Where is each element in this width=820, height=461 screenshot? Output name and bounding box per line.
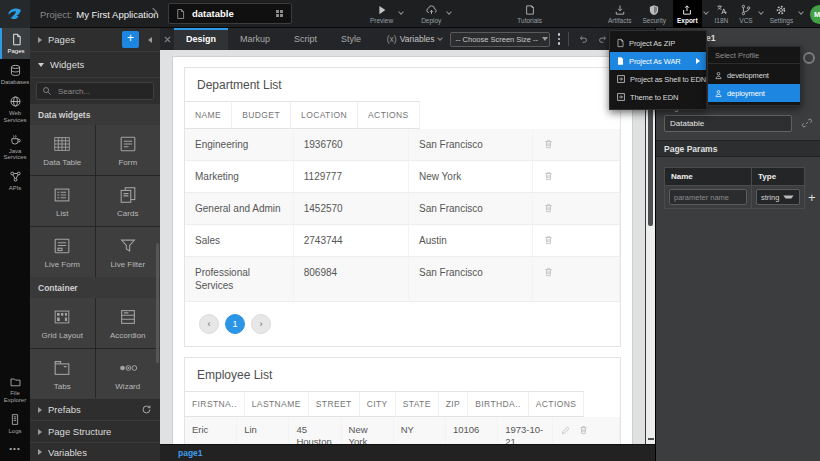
sidebar-item-java-services[interactable]: JavaServices [0,128,30,166]
tab-design[interactable]: Design [174,28,228,50]
widget-data-table[interactable]: Data Table [30,125,95,175]
widget-grid-layout[interactable]: Grid Layout [30,298,95,348]
table-row[interactable]: Eric Lin 45 Houston Street New York NY 1… [185,417,620,444]
vcs-button[interactable]: VCS [735,0,756,28]
add-page-button[interactable]: + [122,31,139,48]
sidebar-item-web-services[interactable]: WebServices [0,90,30,128]
pagination-prev-button[interactable]: ‹ [199,314,219,334]
more-options-button[interactable] [558,33,561,45]
settings-button[interactable]: Settings [766,0,798,28]
delete-row-icon[interactable] [543,202,554,214]
sidebar-item-apis[interactable]: APIs [0,165,30,196]
delete-row-icon[interactable] [543,234,554,246]
employee-list-widget[interactable]: Employee List FIRSTNA..LASTNAMESTREETCIT… [184,357,621,444]
export-button[interactable]: Export [673,0,702,28]
delete-row-icon[interactable] [578,424,589,436]
add-param-button[interactable]: + [808,185,816,209]
widget-cards[interactable]: Cards [96,176,161,226]
page-selector[interactable]: datatable [168,3,292,24]
table-row[interactable]: Sales 2743744 Austin [185,225,620,257]
pagination-page-1[interactable]: 1 [225,314,245,334]
tutorials-button[interactable]: Tutorials [513,0,546,28]
chevron-right-icon [38,449,42,455]
cell-street: 45 Houston Street [289,417,341,444]
table-row[interactable]: Engineering 1936760 San Francisco [185,129,620,161]
table-row[interactable]: Professional Services 806984 San Francis… [185,257,620,302]
page-params-table: Name Type string + [664,167,812,209]
sidebar-more-button[interactable]: ••• [0,439,30,457]
security-button[interactable]: Security [638,0,669,28]
search-input[interactable] [56,86,148,97]
menu-item-project-shell-edn[interactable]: Project as Shell to EDN [610,70,706,88]
panel-refresh-icon[interactable] [803,52,815,64]
edit-row-icon[interactable] [560,425,571,436]
grid-view-icon[interactable] [274,8,285,19]
artifacts-label: Artifacts [608,17,631,24]
delete-row-icon[interactable] [543,266,554,278]
submenu-item-deployment[interactable]: deployment [708,84,800,102]
delete-row-icon[interactable] [543,170,554,182]
table-row[interactable]: Marketing 1129777 New York [185,161,620,193]
widgets-section-row[interactable]: Widgets [30,52,160,78]
sidebar-item-file-explorer[interactable]: FileExplorer [0,371,30,408]
widget-wizard[interactable]: Wizard [96,349,161,398]
vcs-chevron-icon[interactable] [758,9,764,15]
menu-item-project-as-zip[interactable]: Project As ZIP [610,34,706,52]
prefabs-section-row[interactable]: Prefabs [30,398,160,420]
panel-scrollbar[interactable] [156,243,159,363]
screen-size-select[interactable]: -- Choose Screen Size -- [450,32,550,47]
search-icon [42,86,52,96]
cell-location: San Francisco [409,129,533,161]
menu-item-label: deployment [727,89,765,98]
deploy-chevron-icon[interactable] [447,9,453,15]
menu-item-project-as-war[interactable]: Project As WAR [610,52,706,70]
widget-live-form[interactable]: Live Form [30,227,95,277]
param-name-input[interactable] [669,189,747,205]
artifacts-button[interactable]: Artifacts [604,0,635,28]
widget-accordion[interactable]: Accordion [96,298,161,348]
app-logo[interactable] [0,0,30,28]
page-tab-page1[interactable]: page1 [178,448,203,458]
widget-live-filter[interactable]: Live Filter [96,227,161,277]
design-canvas: Department List NAMEBUDGETLOCATIONACTION… [160,50,655,444]
settings-chevron-icon[interactable] [798,9,804,15]
page-title-input[interactable] [664,115,792,132]
widget-search[interactable] [36,82,154,100]
variables-dropdown[interactable]: (x) Variables [387,34,442,44]
tab-style[interactable]: Style [329,28,373,50]
sidebar-item-pages[interactable]: Pages [0,28,30,59]
page-structure-section-row[interactable]: Page Structure [30,420,160,442]
chevron-right-icon [38,407,42,413]
tab-markup[interactable]: Markup [228,28,282,50]
param-type-select[interactable]: string [756,189,800,205]
table-row[interactable]: General and Admin 1452570 San Francisco [185,193,620,225]
refresh-icon[interactable] [141,404,152,415]
user-avatar[interactable]: MP [810,5,820,24]
undo-icon[interactable] [577,34,589,45]
delete-row-icon[interactable] [543,138,554,150]
deploy-button[interactable]: Deploy [417,0,445,28]
redo-icon[interactable] [597,34,609,45]
widget-label: Accordion [110,331,146,340]
i18n-button[interactable]: I18N [711,0,733,28]
preview-chevron-icon[interactable] [398,9,404,15]
widget-form[interactable]: Form [96,125,161,175]
submenu-item-development[interactable]: development [708,66,800,84]
pages-section-row[interactable]: Pages + [30,28,160,52]
page-preview[interactable]: Department List NAMEBUDGETLOCATIONACTION… [172,56,633,444]
widget-list[interactable]: List [30,176,95,226]
pagination-next-button[interactable]: › [251,314,271,334]
collapse-panel-icon[interactable] [148,37,152,43]
preview-button[interactable]: Preview [366,0,397,28]
department-list-widget[interactable]: Department List NAMEBUDGETLOCATIONACTION… [184,67,621,347]
tab-script[interactable]: Script [282,28,329,50]
menu-item-theme-edn[interactable]: Theme to EDN [610,88,706,106]
panel-toggle-icon[interactable] [160,28,174,50]
sidebar-item-databases[interactable]: Databases [0,59,30,90]
widget-tabs[interactable]: Tabs [30,349,95,398]
export-chevron-icon[interactable] [703,9,709,15]
vcs-label: VCS [739,17,752,24]
bind-link-icon[interactable] [801,117,813,129]
sidebar-item-logs[interactable]: Logs [0,408,30,439]
variables-section-row[interactable]: Variables [30,442,160,461]
